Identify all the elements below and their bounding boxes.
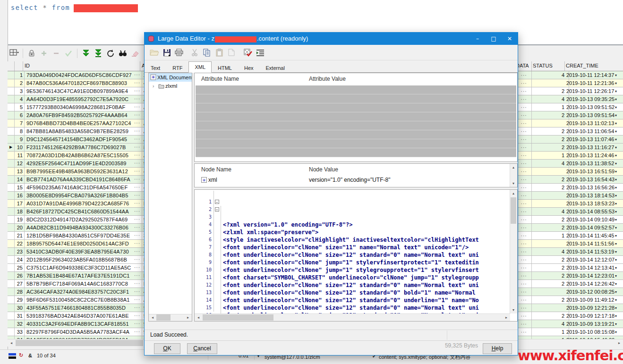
status-cell[interactable] bbox=[531, 200, 569, 207]
id-cell[interactable]: D9C1245645714154BC3462ADF1F90545··· bbox=[25, 135, 142, 143]
row-selector-cell[interactable] bbox=[8, 95, 15, 103]
time-dropdown-icon[interactable]: ▾ bbox=[615, 256, 617, 263]
row-selector-cell[interactable] bbox=[8, 208, 15, 215]
lob-ellipsis-button[interactable]: ··· bbox=[134, 79, 140, 87]
creat-time-cell[interactable]: 2019-10-14 11:45:45▾ bbox=[564, 232, 623, 239]
data-ellipsis-button[interactable]: ··· bbox=[521, 249, 527, 254]
creat-time-cell[interactable]: 2019-10-13 09:35:25▾ bbox=[564, 95, 623, 103]
creat-time-cell[interactable]: 2019-10-13 11:16:27▾ bbox=[564, 144, 623, 151]
tab-text[interactable]: Text bbox=[145, 63, 166, 73]
lob-ellipsis-button[interactable]: ··· bbox=[134, 184, 140, 191]
lob-ellipsis-button[interactable]: ··· bbox=[134, 224, 140, 231]
lob-ellipsis-button[interactable]: ··· bbox=[134, 168, 140, 175]
status-cell[interactable]: 1 bbox=[531, 103, 569, 111]
status-cell[interactable]: 2 bbox=[531, 127, 569, 135]
id-cell[interactable]: B9B7995EE49B485A963BD592E3631A12··· bbox=[25, 168, 142, 175]
data-ellipsis-button[interactable]: ··· bbox=[521, 217, 527, 222]
id-cell[interactable]: F2311745126E4292B9A7786C7D69027B··· bbox=[25, 144, 142, 151]
lob-ellipsis-button[interactable]: ··· bbox=[134, 160, 140, 167]
tab-rtf[interactable]: RTF bbox=[166, 63, 188, 73]
code-line[interactable]: 15 <para linespacing="130"/> bbox=[195, 296, 510, 304]
row-selector-cell[interactable] bbox=[8, 224, 15, 231]
attribute-row-empty[interactable] bbox=[196, 121, 516, 130]
maximize-button[interactable]: □ bbox=[486, 33, 502, 45]
code-line[interactable]: 3 − <style inactiveselcolor="clHighlight… bbox=[195, 206, 510, 213]
time-dropdown-icon[interactable]: ▾ bbox=[615, 184, 617, 191]
auto-refresh-icon[interactable]: ↻ bbox=[19, 352, 23, 358]
lob-ellipsis-button[interactable]: ··· bbox=[134, 87, 140, 95]
scroll-up-icon[interactable]: ▴ bbox=[510, 164, 517, 170]
time-dropdown-icon[interactable]: ▾ bbox=[615, 112, 617, 119]
id-cell[interactable]: 847AB0C536A6470182CF8697B8C88903··· bbox=[25, 79, 142, 87]
time-dropdown-icon[interactable]: ▾ bbox=[615, 160, 617, 167]
time-dropdown-icon[interactable]: ▾ bbox=[615, 200, 617, 207]
save-icon[interactable] bbox=[161, 47, 172, 58]
eraser-icon[interactable] bbox=[129, 48, 141, 59]
code-line[interactable]: 8 <font charset="SYMBOL_CHARSET" underli… bbox=[195, 244, 510, 251]
row-selector-cell[interactable] bbox=[8, 168, 15, 175]
lob-ellipsis-button[interactable]: ··· bbox=[134, 200, 140, 207]
row-selector-cell[interactable] bbox=[8, 272, 15, 279]
row-selector-cell[interactable] bbox=[8, 111, 15, 119]
data-ellipsis-button[interactable]: ··· bbox=[521, 97, 527, 102]
status-cell[interactable]: 4 bbox=[531, 208, 569, 215]
creat-time-cell[interactable]: 2019-10-09 12:21:28▾ bbox=[564, 304, 623, 312]
scroll-right-icon[interactable]: ▸ bbox=[503, 314, 510, 321]
creat-time-cell[interactable]: 2019-10-14 08:55:53▾ bbox=[564, 208, 623, 215]
status-cell[interactable]: 4 bbox=[531, 320, 569, 328]
creat-time-cell[interactable]: 2019-10-13 11:24:46▾ bbox=[564, 152, 623, 159]
status-cell[interactable]: 2 bbox=[531, 280, 569, 288]
code-line[interactable]: 5 <font underlinecolor="clNone" size="12… bbox=[195, 221, 510, 229]
row-selector-cell[interactable] bbox=[8, 176, 15, 183]
creat-time-cell[interactable]: 2019-10-14 11:53:19▾ bbox=[564, 248, 623, 255]
id-cell[interactable]: 82297F8796F04D3DAA5B5AA7783ACF4A··· bbox=[25, 328, 142, 336]
time-dropdown-icon[interactable]: ▾ bbox=[615, 168, 617, 175]
scroll-thumb[interactable] bbox=[511, 197, 516, 224]
time-dropdown-icon[interactable]: ▾ bbox=[615, 313, 617, 320]
dialog-titlebar[interactable]: Large Data Editor - z.content (readonly)… bbox=[145, 33, 518, 45]
code-line[interactable]: 14 <font underlinecolor="clNone" stylerv… bbox=[195, 289, 510, 296]
code-line[interactable]: 16 <para align="center" name="centered"/… bbox=[195, 304, 510, 312]
id-cell[interactable]: 793DA049D0424FDCA6D6DF5C86CDF927··· bbox=[25, 71, 142, 79]
status-cell[interactable]: 1 bbox=[531, 232, 569, 239]
data-ellipsis-button[interactable]: ··· bbox=[521, 73, 527, 78]
data-ellipsis-button[interactable]: ··· bbox=[521, 330, 527, 335]
time-dropdown-icon[interactable]: ▾ bbox=[615, 305, 617, 312]
id-cell[interactable]: 2A80A76FB9F84592B5025792F4AAAB64··· bbox=[25, 111, 142, 119]
time-dropdown-icon[interactable]: ▾ bbox=[615, 248, 617, 255]
row-selector-cell[interactable] bbox=[8, 127, 15, 135]
id-cell[interactable]: 9BF6D6F53100458C8C2C8C7E0B8B38A1··· bbox=[25, 296, 142, 304]
data-ellipsis-button[interactable]: ··· bbox=[521, 313, 527, 319]
node-table-scrollbar[interactable]: ▴ ▾ bbox=[510, 164, 517, 187]
row-selector-cell[interactable] bbox=[8, 184, 15, 191]
creat-time-cell[interactable]: 2019-10-13 11:06:54▾ bbox=[564, 127, 623, 135]
id-cell[interactable]: 70872A03D1DB42A8B6B62A87E5C15505··· bbox=[25, 152, 142, 159]
data-ellipsis-button[interactable]: ··· bbox=[521, 322, 527, 327]
lob-ellipsis-button[interactable]: ··· bbox=[134, 288, 140, 296]
row-selector-cell[interactable] bbox=[8, 152, 15, 159]
lob-ellipsis-button[interactable]: ··· bbox=[134, 320, 140, 328]
creat-time-cell[interactable]: 2019-10-09 12:17:18▾ bbox=[564, 312, 623, 320]
id-cell[interactable]: 53410C3ADB0F40E39F3EA8B795E4A730··· bbox=[25, 248, 142, 255]
close-button[interactable]: ✕ bbox=[502, 33, 518, 45]
time-dropdown-icon[interactable]: ▾ bbox=[615, 144, 617, 151]
open-icon[interactable] bbox=[149, 47, 160, 58]
lob-ellipsis-button[interactable]: ··· bbox=[134, 152, 140, 159]
status-cell[interactable] bbox=[531, 168, 569, 175]
creat-time-cell[interactable]: 2019-10-13 18:53:23▾ bbox=[564, 200, 623, 207]
row-selector-cell[interactable] bbox=[8, 103, 15, 111]
lob-ellipsis-button[interactable]: ··· bbox=[134, 111, 140, 119]
data-ellipsis-button[interactable]: ··· bbox=[521, 113, 527, 118]
id-cell[interactable]: 2D12B95F29634023AB5FA018B5687B6B··· bbox=[25, 256, 142, 263]
row-selector-cell[interactable] bbox=[8, 79, 15, 87]
status-cell[interactable]: 2 bbox=[531, 224, 569, 231]
xml-source-editor[interactable]: 1 <?xml version="1.0" encoding="UTF-8"?>… bbox=[194, 189, 518, 322]
status-cell[interactable]: 1 bbox=[531, 328, 569, 336]
code-line[interactable]: 7 <font underlinecolor="clNone" jump="1"… bbox=[195, 236, 510, 244]
data-ellipsis-button[interactable]: ··· bbox=[521, 241, 527, 246]
status-cell[interactable]: 2 bbox=[531, 176, 569, 183]
row-selector-cell[interactable] bbox=[8, 320, 15, 328]
data-ellipsis-button[interactable]: ··· bbox=[521, 169, 527, 174]
lob-ellipsis-button[interactable]: ··· bbox=[134, 296, 140, 304]
creat-time-cell[interactable]: 2019-10-11 12:14:37▾ bbox=[564, 71, 623, 79]
